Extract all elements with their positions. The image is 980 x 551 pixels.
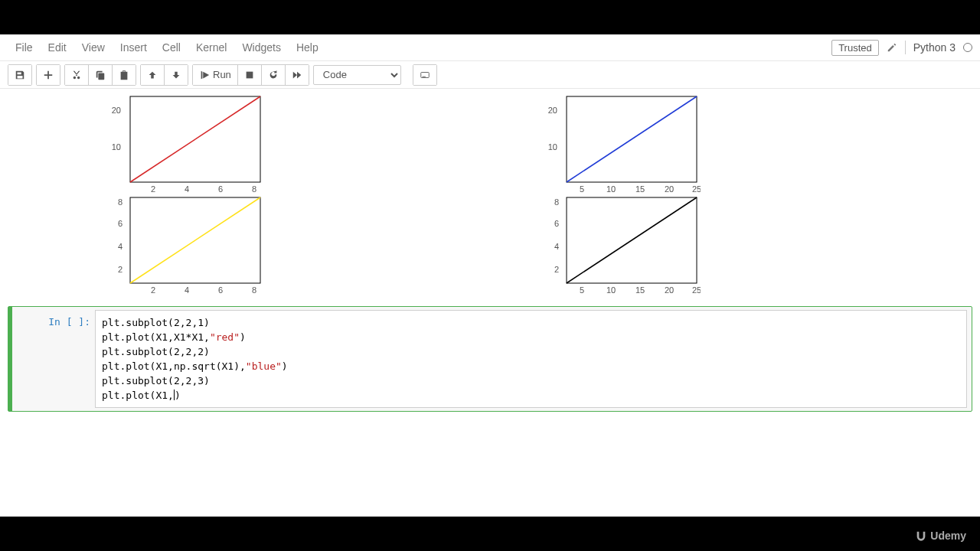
svg-text:25: 25 <box>692 285 701 295</box>
menu-file[interactable]: File <box>8 38 41 57</box>
svg-text:4: 4 <box>185 184 189 194</box>
menu-widgets[interactable]: Widgets <box>234 38 289 57</box>
run-button[interactable]: Run <box>193 65 238 85</box>
code-text: ) <box>282 360 288 372</box>
insert-cell-button[interactable] <box>37 65 60 85</box>
code-text: "blue" <box>246 360 282 372</box>
svg-text:25: 25 <box>692 184 701 194</box>
code-text: 2,2,3 <box>174 375 204 386</box>
restart-button[interactable] <box>262 65 286 85</box>
menu-kernel[interactable]: Kernel <box>188 38 234 57</box>
svg-text:15: 15 <box>635 184 645 194</box>
menu-edit[interactable]: Edit <box>41 38 74 57</box>
menu-cell[interactable]: Cell <box>155 38 188 57</box>
svg-text:2: 2 <box>151 184 155 194</box>
menu-view[interactable]: View <box>74 38 113 57</box>
svg-text:2: 2 <box>118 265 122 274</box>
svg-text:5: 5 <box>580 285 584 295</box>
subplot-1: 20 10 2 4 6 8 <box>107 95 544 196</box>
svg-rect-0 <box>246 71 253 78</box>
letterbox-top <box>0 0 980 34</box>
code-text: "red" <box>210 331 240 343</box>
svg-text:4: 4 <box>554 242 559 251</box>
svg-text:10: 10 <box>606 184 616 194</box>
svg-text:6: 6 <box>218 184 223 194</box>
svg-text:2: 2 <box>554 265 559 274</box>
run-icon <box>199 70 210 80</box>
udemy-icon <box>915 530 927 542</box>
move-up-button[interactable] <box>141 65 165 85</box>
svg-text:8: 8 <box>252 285 256 295</box>
svg-text:20: 20 <box>112 106 121 115</box>
cut-button[interactable] <box>65 65 89 85</box>
toolbar: Run Code <box>0 61 980 89</box>
svg-text:10: 10 <box>606 285 616 295</box>
kernel-name[interactable]: Python 3 <box>913 41 956 54</box>
code-text: ) <box>204 346 210 357</box>
restart-run-all-button[interactable] <box>286 65 309 85</box>
udemy-watermark: Udemy <box>915 530 966 542</box>
menu-insert[interactable]: Insert <box>113 38 155 57</box>
kernel-status-icon <box>963 43 972 52</box>
paste-button[interactable] <box>113 65 136 85</box>
code-text: ) <box>175 390 181 401</box>
command-palette-button[interactable] <box>413 65 436 85</box>
svg-text:15: 15 <box>635 285 645 295</box>
code-cell[interactable]: In [ ]: plt.subplot(2,2,1) plt.plot(X1,X… <box>8 306 972 412</box>
subplot-4: 8 6 4 2 5 10 15 20 25 <box>544 196 980 297</box>
code-text: plt.subplot( <box>102 375 174 386</box>
subplot-2: 20 10 5 10 15 20 25 <box>544 95 980 196</box>
trusted-badge[interactable]: Trusted <box>831 40 879 56</box>
pencil-icon[interactable] <box>887 42 897 53</box>
svg-text:20: 20 <box>548 106 557 115</box>
cell-type-select[interactable]: Code <box>313 65 401 85</box>
code-text: ) <box>204 375 210 386</box>
svg-line-12 <box>567 96 697 182</box>
svg-text:4: 4 <box>185 285 189 295</box>
code-text: plt.plot(X1,np.sqrt(X1), <box>102 360 246 372</box>
code-text: ) <box>204 317 210 328</box>
cell-prompt: In [ ]: <box>12 307 95 411</box>
output-subplots: 20 10 2 4 6 8 20 10 5 10 15 2 <box>107 95 980 297</box>
subplot-3: 8 6 4 2 2 4 6 8 <box>107 196 544 297</box>
menu-help[interactable]: Help <box>289 38 326 57</box>
svg-text:10: 10 <box>112 142 121 152</box>
save-button[interactable] <box>8 65 31 85</box>
svg-line-21 <box>130 197 260 283</box>
svg-line-4 <box>130 96 260 182</box>
code-text: plt.plot(X1, <box>102 390 174 401</box>
code-text: 2,2,2 <box>174 346 204 357</box>
svg-text:8: 8 <box>252 184 256 194</box>
svg-text:10: 10 <box>548 142 557 152</box>
svg-text:8: 8 <box>118 197 122 207</box>
letterbox-bottom: Udemy <box>0 517 980 551</box>
svg-text:20: 20 <box>665 285 674 295</box>
svg-text:2: 2 <box>151 285 155 295</box>
svg-line-31 <box>567 197 697 283</box>
interrupt-button[interactable] <box>238 65 262 85</box>
code-text: plt.subplot( <box>102 346 174 357</box>
svg-text:8: 8 <box>554 197 559 207</box>
menubar: File Edit View Insert Cell Kernel Widget… <box>0 34 980 61</box>
code-text: plt.subplot( <box>102 317 174 328</box>
udemy-label: Udemy <box>930 530 966 542</box>
divider <box>905 41 906 54</box>
svg-text:20: 20 <box>665 184 674 194</box>
svg-text:6: 6 <box>554 219 559 228</box>
svg-text:6: 6 <box>118 219 122 228</box>
move-down-button[interactable] <box>165 65 188 85</box>
run-label: Run <box>213 69 231 80</box>
code-text: plt.plot(X1,X1*X1, <box>102 331 210 343</box>
svg-rect-2 <box>422 76 425 77</box>
svg-text:5: 5 <box>580 184 584 194</box>
svg-text:4: 4 <box>118 242 122 251</box>
code-input[interactable]: plt.subplot(2,2,1) plt.plot(X1,X1*X1,"re… <box>95 310 967 408</box>
code-text: ) <box>240 331 246 343</box>
copy-button[interactable] <box>89 65 113 85</box>
code-text: 2,2,1 <box>174 317 204 328</box>
notebook-body: 20 10 2 4 6 8 20 10 5 10 15 2 <box>0 89 980 419</box>
svg-text:6: 6 <box>218 285 223 295</box>
